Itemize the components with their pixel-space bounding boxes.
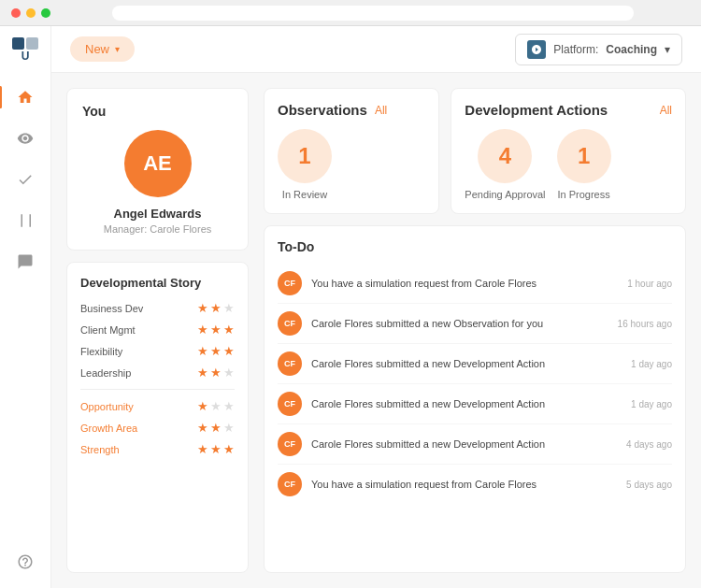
dev-actions-stats: 4 Pending Approval 1 In Progress (465, 129, 672, 200)
user-manager: Manager: Carole Flores (82, 223, 233, 235)
close-button[interactable] (11, 8, 21, 18)
stat-label: In Review (278, 189, 332, 200)
dev-story-title: Developmental Story (80, 276, 235, 290)
star-icon: ★ (210, 399, 222, 413)
observations-panel: Observations All 1 In Review (264, 88, 439, 214)
dev-actions-title: Development Actions (465, 102, 608, 118)
sidebar-item-brackets[interactable] (7, 202, 44, 239)
todo-item[interactable]: CF You have a simulation request from Ca… (278, 264, 672, 304)
minimize-button[interactable] (26, 8, 36, 18)
sidebar-item-observations[interactable] (7, 120, 44, 157)
stat-label: Pending Approval (465, 189, 545, 200)
star-icon: ★ (197, 421, 208, 435)
star-icon: ★ (223, 344, 235, 358)
star-icon: ★ (197, 442, 208, 456)
avatar: AE (124, 130, 192, 197)
story-item-business-dev: Business Dev ★ ★ ★ (80, 301, 235, 315)
star-icon: ★ (210, 323, 222, 337)
stars: ★ ★ ★ (197, 399, 235, 413)
sidebar-item-tasks[interactable] (7, 161, 44, 198)
avatar: CF (278, 432, 302, 456)
todo-text: Carole Flores submitted a new Developmen… (311, 358, 622, 369)
sidebar-item-messages[interactable] (7, 243, 44, 280)
todo-panel: To-Do CF You have a simulation request f… (264, 225, 686, 573)
maximize-button[interactable] (41, 8, 50, 18)
dev-stat-pending: 4 Pending Approval (465, 129, 545, 200)
todo-title: To-Do (278, 239, 672, 254)
content-area: You AE Angel Edwards Manager: Carole Flo… (51, 73, 701, 588)
sidebar-item-home[interactable] (7, 79, 44, 116)
observations-title: Observations All (278, 102, 387, 118)
todo-time: 1 hour ago (627, 279, 672, 289)
dev-stat-progress: 1 In Progress (557, 129, 611, 200)
stars: ★ ★ ★ (197, 344, 235, 358)
sidebar-item-help[interactable] (7, 543, 44, 581)
you-card-title: You (82, 104, 233, 119)
new-button-label: New (85, 42, 109, 56)
story-label: Business Dev (80, 303, 155, 314)
platform-label: Platform: (553, 43, 598, 56)
todo-text: You have a simulation request from Carol… (311, 479, 617, 490)
avatar: CF (278, 351, 302, 376)
avatar: CF (278, 271, 302, 295)
dev-actions-all[interactable]: All (660, 104, 672, 117)
todo-item[interactable]: CF Carole Flores submitted a new Develop… (278, 384, 672, 424)
address-bar[interactable] (112, 6, 634, 21)
star-icon: ★ (197, 366, 208, 380)
star-icon: ★ (223, 301, 235, 315)
platform-chevron-icon: ▾ (665, 43, 670, 56)
observations-stats: 1 In Review (278, 129, 425, 200)
star-icon: ★ (223, 399, 235, 413)
right-column: Observations All 1 In Review (264, 88, 686, 573)
stars: ★ ★ ★ (197, 366, 235, 380)
todo-time: 1 day ago (631, 359, 672, 369)
todo-text: Carole Flores submitted a new Observatio… (311, 318, 608, 329)
stat-circle: 4 (478, 129, 532, 183)
you-card: You AE Angel Edwards Manager: Carole Flo… (66, 88, 249, 251)
svg-rect-0 (12, 37, 24, 50)
star-icon: ★ (223, 421, 235, 435)
new-button[interactable]: New ▾ (70, 36, 135, 62)
app-container: U (0, 26, 701, 588)
stat-circle: 1 (278, 129, 332, 183)
star-icon: ★ (197, 399, 208, 413)
star-icon: ★ (223, 323, 235, 337)
observations-all[interactable]: All (375, 104, 387, 117)
story-label: Client Mgmt (80, 324, 155, 336)
dev-story-card: Developmental Story Business Dev ★ ★ ★ C… (66, 262, 249, 573)
story-divider (80, 389, 235, 390)
title-bar (0, 0, 701, 26)
todo-time: 1 day ago (631, 399, 672, 409)
star-icon: ★ (197, 323, 208, 337)
todo-item[interactable]: CF Carole Flores submitted a new Develop… (278, 344, 672, 384)
todo-item[interactable]: CF Carole Flores submitted a new Observa… (278, 304, 672, 344)
story-item-strength: Strength ★ ★ ★ (80, 442, 235, 456)
story-item-leadership: Leadership ★ ★ ★ (80, 366, 235, 380)
todo-item[interactable]: CF You have a simulation request from Ca… (278, 465, 672, 504)
star-icon: ★ (210, 366, 222, 380)
avatar: CF (278, 472, 302, 496)
story-item-opportunity: Opportunity ★ ★ ★ (80, 399, 235, 413)
todo-time: 4 days ago (626, 439, 672, 450)
top-panels: Observations All 1 In Review (264, 88, 686, 214)
sidebar: U (0, 26, 51, 588)
sidebar-logo: U (8, 34, 42, 67)
stars: ★ ★ ★ (197, 442, 235, 456)
observations-header: Observations All (278, 102, 425, 118)
star-icon: ★ (210, 442, 222, 456)
avatar: CF (278, 311, 302, 336)
topbar: New ▾ Platform: Coaching ▾ (51, 26, 701, 73)
story-label: Strength (80, 444, 155, 455)
todo-time: 5 days ago (626, 480, 672, 490)
svg-rect-1 (26, 37, 38, 50)
story-item-client-mgmt: Client Mgmt ★ ★ ★ (80, 323, 235, 337)
star-icon: ★ (210, 421, 222, 435)
platform-icon (527, 40, 546, 59)
todo-text: Carole Flores submitted a new Developmen… (311, 398, 622, 409)
todo-item[interactable]: CF Carole Flores submitted a new Develop… (278, 424, 672, 465)
dev-actions-header: Development Actions All (465, 102, 672, 118)
star-icon: ★ (210, 344, 222, 358)
svg-text:U: U (21, 50, 30, 63)
stars: ★ ★ ★ (197, 301, 235, 315)
platform-selector[interactable]: Platform: Coaching ▾ (515, 34, 682, 65)
